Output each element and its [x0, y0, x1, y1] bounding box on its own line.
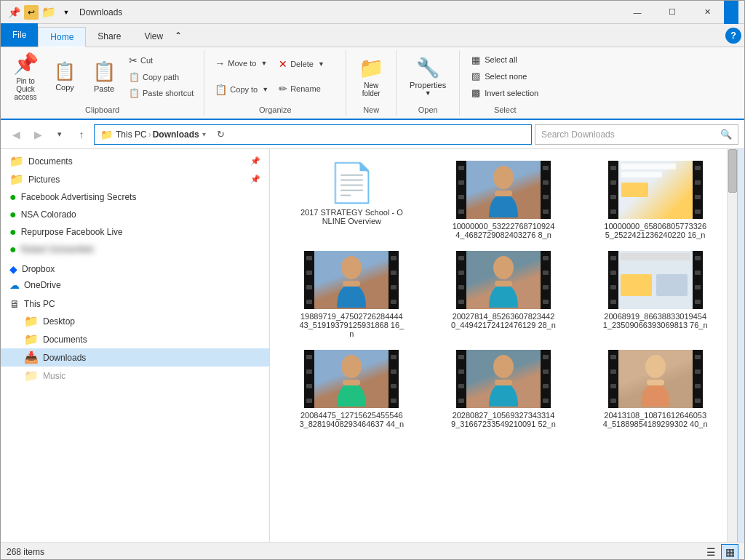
list-item[interactable]: 20280827_105693273433149_316672335492100…	[428, 344, 580, 434]
sidebar-item-nsa[interactable]: ● NSA Colorado	[1, 206, 269, 223]
film-hole	[695, 271, 701, 275]
list-item[interactable]: 20068919_866388330194541_235090663930698…	[579, 245, 731, 344]
sidebar-item-blurred[interactable]: ● Robert Schoenfeld	[1, 241, 269, 258]
list-item[interactable]: 10000000_658068057733265_252242123624022…	[579, 155, 731, 245]
list-item[interactable]: 10000000_532227687109244_468272908240327…	[428, 155, 580, 245]
file-item-doc[interactable]: 📄 2017 STRATEGY School - ONLINE Overview	[276, 155, 428, 245]
tab-home[interactable]: Home	[38, 27, 86, 47]
organize-small-group: → Move to ▼ 📋 Copy to ▼	[210, 52, 273, 101]
move-to-button[interactable]: → Move to ▼	[210, 56, 273, 71]
sidebar-item-pictures[interactable]: 📁 Pictures 📌	[1, 170, 269, 188]
film-hole	[695, 355, 701, 359]
refresh-button[interactable]: ↻	[212, 125, 231, 144]
tab-view[interactable]: View	[132, 26, 175, 47]
svg-rect-1	[495, 191, 512, 196]
cut-button[interactable]: ✂ Cut	[124, 53, 198, 68]
file-scrollbar[interactable]	[727, 149, 737, 542]
film-hole	[458, 300, 464, 304]
recent-locations-button[interactable]: ▾	[50, 125, 69, 144]
undo-icon[interactable]: ↩	[24, 5, 39, 20]
film-strip-left	[304, 350, 314, 408]
details-view-button[interactable]: ☰	[702, 544, 720, 560]
maximize-button[interactable]: ☐	[656, 1, 689, 24]
up-button[interactable]: ↑	[72, 125, 91, 144]
film-hole	[306, 355, 312, 359]
film-hole	[543, 355, 549, 359]
film-strip-right	[541, 251, 551, 309]
video-thumb	[456, 161, 551, 219]
sidebar-item-music[interactable]: 📁 Music	[1, 367, 269, 385]
list-item[interactable]: 20413108_108716126460534_518898541892993…	[579, 344, 731, 434]
select-all-button[interactable]: ▦ Select all	[466, 53, 544, 67]
sidebar-label-nsa: NSA Colorado	[21, 209, 260, 220]
documents-pc-icon: 📁	[24, 332, 39, 346]
sidebar-item-facebook-adv[interactable]: ● Facebook Advertising Secrets	[1, 188, 269, 206]
film-strip-left	[608, 161, 618, 219]
search-box[interactable]: Search Downloads 🔍	[535, 124, 738, 145]
ribbon-collapse-icon[interactable]: ⌃	[175, 31, 182, 41]
properties-chevron: ▼	[425, 89, 431, 97]
copy-button[interactable]: 📋 Copy	[46, 52, 84, 101]
dropbox-icon: ◆	[9, 263, 17, 275]
desktop-icon: 📁	[24, 314, 39, 328]
address-path-thispc[interactable]: This PC	[116, 129, 147, 140]
film-hole	[306, 300, 312, 304]
back-button[interactable]: ◀	[7, 125, 25, 144]
sidebar-item-onedrive[interactable]: ☁ OneDrive	[1, 277, 269, 293]
file-grid: 📄 2017 STRATEGY School - ONLINE Overview	[270, 149, 737, 542]
properties-icon: 🔧	[416, 57, 439, 79]
film-hole	[695, 209, 701, 214]
delete-button[interactable]: ✕ Delete ▼	[274, 57, 340, 71]
film-hole	[458, 399, 464, 403]
help-button[interactable]: ?	[725, 28, 741, 44]
sidebar-item-documents-pc[interactable]: 📁 Documents	[1, 330, 269, 348]
list-item[interactable]: 20027814_852636078234420_449421724124761…	[428, 245, 580, 344]
delete-icon: ✕	[279, 58, 287, 70]
film-hole	[695, 399, 701, 403]
address-path-downloads[interactable]: Downloads	[153, 129, 199, 140]
sidebar-item-thispc[interactable]: 🖥 This PC	[1, 296, 269, 312]
down-arrow-icon[interactable]: ▼	[59, 5, 73, 20]
film-hole	[543, 384, 549, 388]
sidebar-item-documents-pinned[interactable]: 📁 Documents 📌	[1, 152, 269, 170]
film-hole	[610, 384, 616, 388]
svg-point-10	[645, 355, 666, 378]
film-hole	[306, 285, 312, 289]
copy-to-button[interactable]: 📋 Copy to ▼	[210, 82, 273, 97]
address-folder-icon: 📁	[100, 129, 113, 140]
sidebar-item-desktop[interactable]: 📁 Desktop	[1, 312, 269, 330]
new-folder-button[interactable]: 📁 New folder	[352, 52, 390, 101]
minimize-button[interactable]: —	[621, 1, 654, 24]
select-small-group: ▦ Select all ▨ Select none ▩ Invert sele…	[466, 52, 544, 101]
address-dropdown-icon[interactable]: ▾	[202, 130, 206, 138]
film-strip-left	[456, 350, 466, 408]
paste-shortcut-button[interactable]: 📋 Paste shortcut	[124, 87, 198, 100]
sidebar-item-repurpose[interactable]: ● Repurpose Facebook Live	[1, 223, 269, 241]
file-name: 20027814_852636078234420_449421724124761…	[450, 312, 556, 329]
pin-to-quick-access-button[interactable]: 📌 Pin to Quick access	[7, 52, 44, 101]
search-icon[interactable]: 🔍	[720, 129, 732, 140]
film-hole	[391, 355, 397, 359]
address-box[interactable]: 📁 This PC › Downloads ▾ ↻	[94, 124, 532, 145]
film-hole	[458, 195, 464, 199]
tab-share[interactable]: Share	[86, 26, 132, 47]
list-item[interactable]: 20084475_127156254555463_828194082934646…	[276, 344, 428, 434]
film-hole	[391, 384, 397, 388]
sidebar-item-downloads[interactable]: 📥 Downloads	[1, 348, 269, 367]
clipboard-content: 📌 Pin to Quick access 📋 Copy 📋 Paste ✂ C…	[7, 52, 198, 104]
properties-button[interactable]: 🔧 Properties ▼	[402, 52, 453, 101]
film-hole	[695, 256, 701, 260]
list-item[interactable]: 19889719_4750272628444443_51919379125931…	[276, 245, 428, 344]
rename-button[interactable]: ✏ Rename	[274, 81, 340, 96]
copy-path-button[interactable]: 📋 Copy path	[124, 71, 198, 84]
forward-button[interactable]: ▶	[28, 125, 47, 144]
tab-file[interactable]: File	[1, 23, 38, 47]
invert-selection-button[interactable]: ▩ Invert selection	[466, 86, 544, 100]
select-none-button[interactable]: ▨ Select none	[466, 69, 544, 83]
sidebar-item-dropbox[interactable]: ◆ Dropbox	[1, 261, 269, 277]
close-button[interactable]: ✕	[690, 1, 724, 24]
film-strip-left	[608, 251, 618, 309]
paste-button[interactable]: 📋 Paste	[85, 52, 123, 101]
large-icons-view-button[interactable]: ▦	[721, 544, 738, 560]
svg-rect-5	[495, 281, 512, 287]
